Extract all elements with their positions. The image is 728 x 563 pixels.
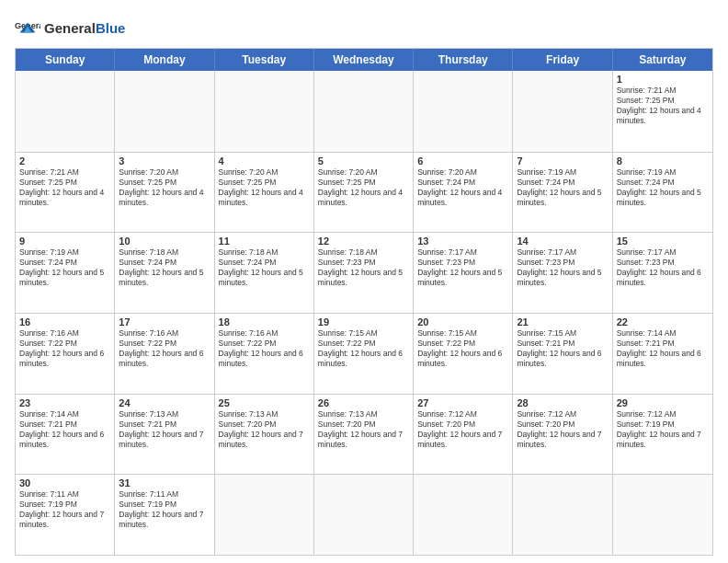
calendar-cell-26: 26Sunrise: 7:13 AM Sunset: 7:20 PM Dayli… <box>314 395 414 475</box>
day-number: 19 <box>318 316 409 327</box>
day-number: 18 <box>219 316 310 327</box>
day-info: Sunrise: 7:20 AM Sunset: 7:24 PM Dayligh… <box>417 167 508 208</box>
calendar-row-2: 2Sunrise: 7:21 AM Sunset: 7:25 PM Daylig… <box>16 152 712 233</box>
day-info: Sunrise: 7:17 AM Sunset: 7:23 PM Dayligh… <box>517 247 608 288</box>
day-info: Sunrise: 7:18 AM Sunset: 7:24 PM Dayligh… <box>119 247 210 288</box>
day-number: 7 <box>517 155 608 167</box>
weekday-header-saturday: Saturday <box>613 49 712 71</box>
calendar-cell-2: 2Sunrise: 7:21 AM Sunset: 7:25 PM Daylig… <box>16 153 115 233</box>
day-info: Sunrise: 7:13 AM Sunset: 7:20 PM Dayligh… <box>318 409 409 450</box>
day-number: 1 <box>617 74 709 85</box>
calendar-cell-29: 29Sunrise: 7:12 AM Sunset: 7:19 PM Dayli… <box>613 395 712 475</box>
day-number: 16 <box>19 316 110 327</box>
calendar-cell-empty <box>215 475 314 555</box>
calendar-cell-11: 11Sunrise: 7:18 AM Sunset: 7:24 PM Dayli… <box>215 233 314 313</box>
calendar-cell-23: 23Sunrise: 7:14 AM Sunset: 7:21 PM Dayli… <box>16 395 115 475</box>
calendar-cell-21: 21Sunrise: 7:15 AM Sunset: 7:21 PM Dayli… <box>513 314 612 394</box>
day-number: 3 <box>119 155 210 167</box>
page: General GeneralBlue SundayMondayTuesdayW… <box>0 0 728 563</box>
day-info: Sunrise: 7:12 AM Sunset: 7:20 PM Dayligh… <box>517 409 608 450</box>
day-number: 20 <box>417 316 508 327</box>
calendar-cell-12: 12Sunrise: 7:18 AM Sunset: 7:23 PM Dayli… <box>314 233 414 313</box>
weekday-header-tuesday: Tuesday <box>215 49 314 71</box>
day-number: 21 <box>517 316 608 327</box>
day-number: 8 <box>617 155 709 167</box>
day-info: Sunrise: 7:18 AM Sunset: 7:24 PM Dayligh… <box>219 247 310 288</box>
day-info: Sunrise: 7:15 AM Sunset: 7:22 PM Dayligh… <box>417 328 508 369</box>
calendar-cell-empty <box>314 475 414 555</box>
day-number: 14 <box>517 236 608 247</box>
calendar-cell-24: 24Sunrise: 7:13 AM Sunset: 7:21 PM Dayli… <box>115 395 214 475</box>
calendar-header: SundayMondayTuesdayWednesdayThursdayFrid… <box>16 49 712 71</box>
calendar-cell-4: 4Sunrise: 7:20 AM Sunset: 7:25 PM Daylig… <box>215 153 314 233</box>
calendar-row-5: 23Sunrise: 7:14 AM Sunset: 7:21 PM Dayli… <box>16 394 712 475</box>
day-number: 17 <box>119 316 210 327</box>
calendar-cell-20: 20Sunrise: 7:15 AM Sunset: 7:22 PM Dayli… <box>414 314 513 394</box>
day-info: Sunrise: 7:21 AM Sunset: 7:25 PM Dayligh… <box>19 167 110 208</box>
calendar-row-1: 1Sunrise: 7:21 AM Sunset: 7:25 PM Daylig… <box>16 71 712 152</box>
logo-icon: General <box>15 15 40 40</box>
day-number: 22 <box>617 316 709 327</box>
day-info: Sunrise: 7:19 AM Sunset: 7:24 PM Dayligh… <box>617 167 709 208</box>
calendar-cell-16: 16Sunrise: 7:16 AM Sunset: 7:22 PM Dayli… <box>16 314 115 394</box>
calendar-cell-empty <box>414 71 513 152</box>
day-info: Sunrise: 7:17 AM Sunset: 7:23 PM Dayligh… <box>617 247 709 288</box>
day-info: Sunrise: 7:15 AM Sunset: 7:21 PM Dayligh… <box>517 328 608 369</box>
calendar-cell-25: 25Sunrise: 7:13 AM Sunset: 7:20 PM Dayli… <box>215 395 314 475</box>
day-info: Sunrise: 7:19 AM Sunset: 7:24 PM Dayligh… <box>517 167 608 208</box>
day-info: Sunrise: 7:16 AM Sunset: 7:22 PM Dayligh… <box>19 328 110 369</box>
day-info: Sunrise: 7:16 AM Sunset: 7:22 PM Dayligh… <box>119 328 210 369</box>
calendar-cell-19: 19Sunrise: 7:15 AM Sunset: 7:22 PM Dayli… <box>314 314 414 394</box>
weekday-header-thursday: Thursday <box>414 49 513 71</box>
calendar-cell-28: 28Sunrise: 7:12 AM Sunset: 7:20 PM Dayli… <box>513 395 612 475</box>
day-info: Sunrise: 7:17 AM Sunset: 7:23 PM Dayligh… <box>417 247 508 288</box>
calendar-cell-empty <box>414 475 513 555</box>
day-info: Sunrise: 7:15 AM Sunset: 7:22 PM Dayligh… <box>318 328 409 369</box>
calendar-cell-18: 18Sunrise: 7:16 AM Sunset: 7:22 PM Dayli… <box>215 314 314 394</box>
calendar-cell-1: 1Sunrise: 7:21 AM Sunset: 7:25 PM Daylig… <box>613 71 712 152</box>
calendar-cell-14: 14Sunrise: 7:17 AM Sunset: 7:23 PM Dayli… <box>513 233 612 313</box>
day-number: 24 <box>119 397 210 408</box>
calendar-cell-17: 17Sunrise: 7:16 AM Sunset: 7:22 PM Dayli… <box>115 314 214 394</box>
day-number: 4 <box>219 155 310 167</box>
day-number: 6 <box>417 155 508 167</box>
calendar-cell-10: 10Sunrise: 7:18 AM Sunset: 7:24 PM Dayli… <box>115 233 214 313</box>
calendar-cell-9: 9Sunrise: 7:19 AM Sunset: 7:24 PM Daylig… <box>16 233 115 313</box>
day-number: 10 <box>119 236 210 247</box>
calendar-cell-empty <box>115 71 214 152</box>
calendar-cell-30: 30Sunrise: 7:11 AM Sunset: 7:19 PM Dayli… <box>16 475 115 555</box>
calendar-cell-empty <box>513 475 612 555</box>
calendar-cell-empty <box>215 71 314 152</box>
calendar-cell-8: 8Sunrise: 7:19 AM Sunset: 7:24 PM Daylig… <box>613 153 712 233</box>
day-info: Sunrise: 7:16 AM Sunset: 7:22 PM Dayligh… <box>219 328 310 369</box>
calendar-body: 1Sunrise: 7:21 AM Sunset: 7:25 PM Daylig… <box>16 71 712 555</box>
calendar-cell-15: 15Sunrise: 7:17 AM Sunset: 7:23 PM Dayli… <box>613 233 712 313</box>
calendar-cell-6: 6Sunrise: 7:20 AM Sunset: 7:24 PM Daylig… <box>414 153 513 233</box>
day-number: 27 <box>417 397 508 408</box>
calendar-cell-empty <box>16 71 115 152</box>
calendar-cell-31: 31Sunrise: 7:11 AM Sunset: 7:19 PM Dayli… <box>115 475 214 555</box>
day-number: 13 <box>417 236 508 247</box>
calendar-row-4: 16Sunrise: 7:16 AM Sunset: 7:22 PM Dayli… <box>16 313 712 394</box>
day-number: 12 <box>318 236 409 247</box>
weekday-header-friday: Friday <box>513 49 612 71</box>
day-info: Sunrise: 7:21 AM Sunset: 7:25 PM Dayligh… <box>617 86 709 126</box>
day-number: 25 <box>219 397 310 408</box>
calendar-cell-empty <box>513 71 612 152</box>
day-info: Sunrise: 7:14 AM Sunset: 7:21 PM Dayligh… <box>617 328 709 369</box>
day-number: 26 <box>318 397 409 408</box>
day-number: 11 <box>219 236 310 247</box>
day-info: Sunrise: 7:11 AM Sunset: 7:19 PM Dayligh… <box>119 489 210 530</box>
day-number: 23 <box>19 397 110 408</box>
weekday-header-wednesday: Wednesday <box>314 49 414 71</box>
calendar-cell-27: 27Sunrise: 7:12 AM Sunset: 7:20 PM Dayli… <box>414 395 513 475</box>
day-number: 15 <box>617 236 709 247</box>
weekday-header-sunday: Sunday <box>16 49 115 71</box>
day-info: Sunrise: 7:12 AM Sunset: 7:19 PM Dayligh… <box>617 409 709 450</box>
calendar-cell-13: 13Sunrise: 7:17 AM Sunset: 7:23 PM Dayli… <box>414 233 513 313</box>
day-number: 2 <box>19 155 110 167</box>
calendar: SundayMondayTuesdayWednesdayThursdayFrid… <box>15 48 713 556</box>
calendar-cell-5: 5Sunrise: 7:20 AM Sunset: 7:25 PM Daylig… <box>314 153 414 233</box>
day-number: 31 <box>119 477 210 488</box>
logo-text: GeneralBlue <box>44 20 125 36</box>
